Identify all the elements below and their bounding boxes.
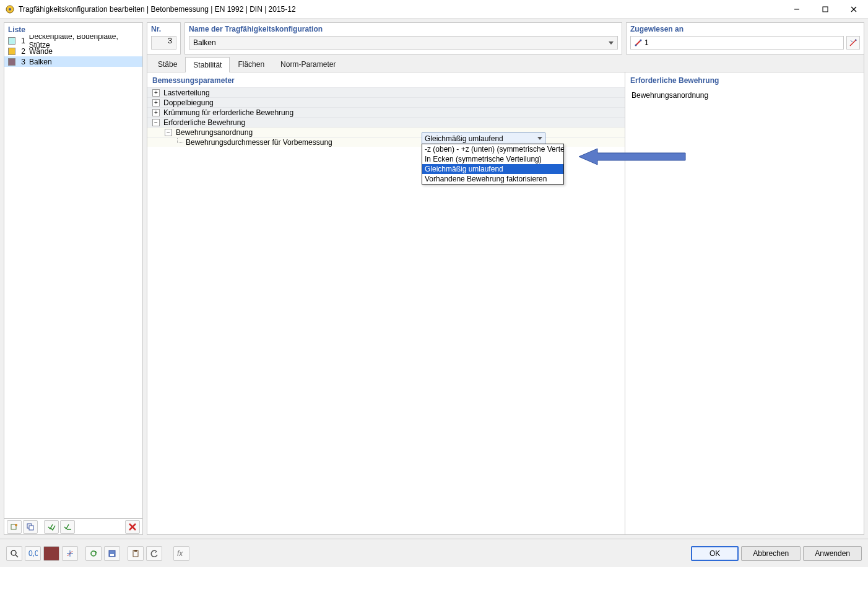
info-column: Erforderliche Bewehrung Bewehrungsanordn… [625, 72, 864, 534]
tree-label: Krümmung für erforderliche Bewehrung [163, 108, 293, 117]
svg-point-16 [640, 40, 642, 41]
svg-point-1 [9, 8, 11, 11]
expand-icon[interactable]: + [152, 109, 160, 116]
member-icon [635, 39, 642, 46]
tree-label: Doppelbiegung [163, 98, 214, 107]
item-number: 3 [19, 58, 25, 66]
assigned-field: Zugewiesen an 1 [626, 22, 864, 54]
tree-row[interactable]: − Erforderliche Bewehrung [147, 117, 625, 127]
dropdown-option[interactable]: In Ecken (symmetrische Verteilung) [422, 154, 563, 164]
nr-input[interactable]: 3 [151, 36, 176, 50]
section-title: Bemessungsparameter [147, 72, 625, 87]
tab-flaechen[interactable]: Flächen [230, 56, 272, 72]
assigned-value: 1 [644, 38, 649, 47]
copy-button[interactable] [23, 520, 38, 534]
parameter-tree: + Lastverteilung + Doppelbiegung + Krümm… [147, 87, 625, 534]
app-icon [5, 4, 15, 14]
new-button[interactable] [7, 520, 22, 534]
units-button[interactable]: 0,00 [25, 546, 41, 561]
chevron-down-icon [537, 137, 542, 140]
tree-row[interactable]: + Doppelbiegung [147, 97, 625, 107]
dropdown-option[interactable]: Vorhandene Bewehrung faktorisieren [422, 174, 563, 184]
svg-point-20 [11, 550, 16, 555]
name-value: Balken [193, 38, 216, 47]
svg-text:fx: fx [177, 549, 183, 558]
dropdown-option[interactable]: -z (oben) - +z (unten) (symmetrische Ver… [422, 144, 563, 154]
svg-line-18 [851, 40, 853, 42]
cancel-button[interactable]: Abbrechen [741, 546, 801, 561]
tab-norm-parameter[interactable]: Norm-Parameter [272, 56, 344, 72]
svg-rect-28 [110, 554, 114, 556]
undo-button[interactable] [146, 546, 162, 561]
apply-button[interactable]: Anwenden [803, 546, 862, 561]
list-item[interactable]: 1 Deckenplatte, Bodenplatte, Stütze [4, 35, 142, 46]
svg-point-15 [635, 45, 637, 46]
tree-label: Bewehrungsdurchmesser für Vorbemessung [186, 138, 332, 147]
color-swatch [8, 58, 15, 66]
collapse-icon[interactable]: − [165, 129, 172, 136]
tree-label: Bewehrungsanordnung [176, 128, 253, 137]
tree-row[interactable]: − Bewehrungsanordnung [147, 127, 625, 137]
tabs: Stäbe Stabilität Flächen Norm-Parameter [147, 54, 864, 72]
name-field: Name der Tragfähigkeitskonfiguration Bal… [184, 22, 622, 54]
config-list[interactable]: 1 Deckenplatte, Bodenplatte, Stütze 2 Wä… [4, 35, 142, 518]
color-swatch [8, 37, 15, 45]
close-button[interactable] [840, 0, 868, 19]
minimize-button[interactable] [783, 0, 811, 19]
item-label: Balken [29, 58, 52, 66]
svg-point-26 [91, 551, 96, 556]
info-title: Erforderliche Bewehrung [625, 72, 864, 87]
search-button[interactable] [6, 546, 22, 561]
info-text: Bewehrungsanordnung [631, 91, 857, 100]
tab-staebe[interactable]: Stäbe [150, 56, 185, 72]
item-label: Wände [29, 47, 53, 56]
titlebar: Tragfähigkeitskonfiguration bearbeiten |… [0, 0, 868, 19]
save-button[interactable] [104, 546, 120, 561]
check-button[interactable] [44, 520, 59, 534]
reinforcement-layout-select[interactable]: Gleichmäßig umlaufend [422, 132, 545, 145]
tree-row[interactable]: + Lastverteilung [147, 87, 625, 97]
formula-button[interactable]: fx [173, 546, 189, 561]
collapse-icon[interactable]: − [152, 119, 160, 126]
refresh-button[interactable] [85, 546, 102, 561]
clipboard-button[interactable] [128, 546, 144, 561]
item-number: 1 [19, 37, 25, 45]
parameters-column: Bemessungsparameter + Lastverteilung + D… [147, 72, 625, 534]
nr-field: Nr. 3 [147, 22, 181, 54]
nr-label: Nr. [151, 25, 176, 33]
pick-button[interactable] [846, 36, 860, 50]
expand-icon[interactable]: + [152, 89, 160, 97]
assigned-input[interactable]: 1 [630, 36, 844, 50]
axes-button[interactable] [62, 546, 78, 561]
ok-button[interactable]: OK [691, 546, 739, 561]
tab-stabilitaet[interactable]: Stabilität [185, 57, 230, 72]
dropdown-option[interactable]: Gleichmäßig umlaufend [422, 164, 563, 174]
svg-line-21 [15, 555, 18, 557]
list-toolbar [4, 518, 142, 534]
check-all-button[interactable] [60, 520, 75, 534]
tree-row[interactable]: + Krümmung für erforderliche Bewehrung [147, 107, 625, 117]
list-title: Liste [4, 23, 142, 35]
tree-label: Erforderliche Bewehrung [163, 118, 245, 127]
select-value: Gleichmäßig umlaufend [425, 134, 503, 143]
svg-rect-30 [134, 550, 137, 552]
select-dropdown-list[interactable]: -z (oben) - +z (unten) (symmetrische Ver… [422, 144, 564, 185]
name-select[interactable]: Balken [189, 36, 618, 50]
color-button[interactable] [43, 546, 59, 561]
list-panel: Liste 1 Deckenplatte, Bodenplatte, Stütz… [4, 22, 143, 535]
expand-icon[interactable]: + [152, 99, 160, 106]
footer: 0,00 fx OK Abbrechen Anwenden [0, 539, 868, 567]
window-title: Tragfähigkeitskonfiguration bearbeiten |… [19, 5, 783, 14]
assigned-label: Zugewiesen an [630, 25, 860, 33]
svg-rect-3 [823, 7, 828, 12]
tree-connector [177, 138, 183, 143]
tree-label: Lastverteilung [163, 89, 210, 97]
maximize-button[interactable] [811, 0, 840, 19]
list-item[interactable]: 3 Balken [4, 56, 142, 67]
color-swatch [8, 48, 15, 55]
item-number: 2 [19, 47, 25, 56]
chevron-down-icon [609, 41, 614, 45]
svg-text:0,00: 0,00 [28, 549, 38, 558]
svg-rect-10 [29, 526, 33, 530]
delete-button[interactable] [125, 520, 140, 534]
